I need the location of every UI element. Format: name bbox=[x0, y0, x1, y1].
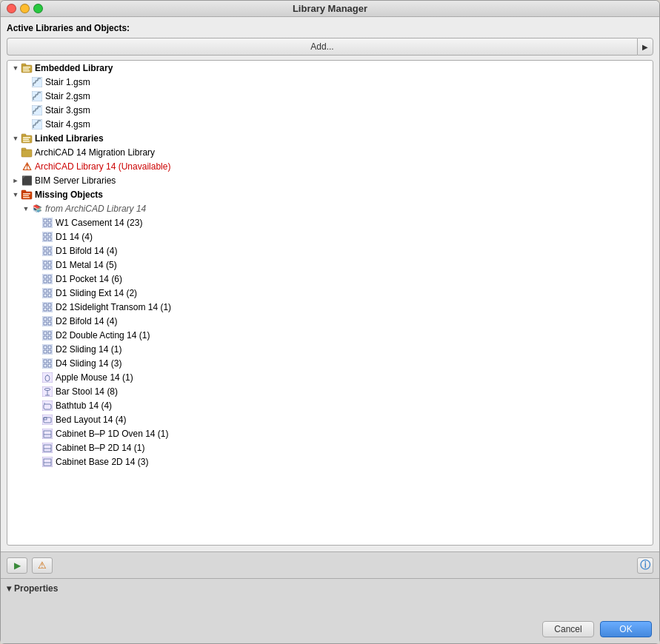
maximize-button[interactable] bbox=[33, 4, 43, 13]
bottom-left-controls: ▶ ⚠ bbox=[7, 557, 53, 574]
minimize-button[interactable] bbox=[20, 4, 30, 13]
add-arrow-button[interactable]: ▶ bbox=[637, 38, 653, 56]
cancel-button[interactable]: Cancel bbox=[542, 621, 594, 637]
archicad-library-subheader[interactable]: ▼ 📚 from ArchiCAD Library 14 bbox=[7, 201, 653, 215]
missing-objects-icon bbox=[21, 189, 33, 201]
cabinet2d-icon bbox=[41, 442, 53, 454]
stair4-label: Stair 4.gsm bbox=[45, 119, 90, 130]
svg-rect-34 bbox=[21, 134, 26, 136]
add-arrow-icon: ▶ bbox=[14, 560, 21, 571]
stair3-label: Stair 3.gsm bbox=[45, 105, 90, 115]
svg-rect-3 bbox=[23, 68, 29, 70]
stair2-icon bbox=[31, 90, 43, 102]
list-item[interactable]: Apple Mouse 14 (1) bbox=[7, 370, 653, 384]
list-item[interactable]: W1 Casement 14 (23) bbox=[7, 215, 653, 229]
linked-libraries-header[interactable]: ▼ Linked Libraries bbox=[7, 131, 653, 145]
footer-buttons: Cancel OK bbox=[1, 615, 659, 643]
archicad-library-sublabel: from ArchiCAD Library 14 bbox=[45, 204, 146, 214]
d2doubleacting-icon bbox=[41, 329, 53, 341]
bim-server-label: BIM Server Libraries bbox=[35, 175, 116, 186]
list-item[interactable]: Bed Layout 14 (4) bbox=[7, 412, 653, 426]
list-item[interactable]: D1 Sliding Ext 14 (2) bbox=[7, 286, 653, 300]
svg-rect-35 bbox=[23, 137, 30, 138]
cabinetbase2d-icon bbox=[41, 456, 53, 468]
list-item[interactable]: D2 Bifold 14 (4) bbox=[7, 314, 653, 328]
stair4-icon bbox=[31, 118, 43, 130]
d1pocket-icon bbox=[41, 273, 53, 285]
d2bifold-icon bbox=[41, 315, 53, 327]
list-item[interactable]: Cabinet Base 2D 14 (3) bbox=[7, 455, 653, 469]
svg-rect-1 bbox=[21, 64, 26, 66]
missing-objects-toggle[interactable]: ▼ bbox=[10, 189, 21, 200]
migration-library-item[interactable]: ArchiCAD 14 Migration Library bbox=[7, 145, 653, 159]
d1slidingext-label: D1 Sliding Ext 14 (2) bbox=[56, 288, 137, 298]
info-button[interactable]: ⓘ bbox=[637, 557, 653, 574]
d4sliding-label: D4 Sliding 14 (3) bbox=[56, 358, 121, 369]
add-button[interactable]: Add... bbox=[7, 38, 637, 56]
d1metal-icon bbox=[41, 259, 53, 271]
ok-button[interactable]: OK bbox=[600, 621, 652, 637]
properties-toggle[interactable]: ▾ Properties bbox=[7, 583, 58, 594]
linked-libraries-label: Linked Libraries bbox=[35, 133, 104, 144]
stair1-item[interactable]: Stair 1.gsm bbox=[7, 75, 653, 89]
list-item[interactable]: D4 Sliding 14 (3) bbox=[7, 356, 653, 370]
properties-chevron-icon: ▾ bbox=[7, 583, 11, 594]
list-item[interactable]: D1 Bifold 14 (4) bbox=[7, 244, 653, 258]
archicad-library-toggle[interactable]: ▼ bbox=[21, 204, 31, 214]
applemouse-label: Apple Mouse 14 (1) bbox=[56, 372, 133, 383]
d1pocket-label: D1 Pocket 14 (6) bbox=[56, 274, 122, 284]
list-item[interactable]: D2 1Sidelight Transom 14 (1) bbox=[7, 300, 653, 314]
list-item[interactable]: Cabinet B–P 1D Oven 14 (1) bbox=[7, 426, 653, 440]
svg-rect-2 bbox=[23, 67, 30, 68]
embedded-library-icon bbox=[21, 62, 33, 74]
properties-panel: ▾ Properties bbox=[1, 578, 659, 615]
barstool-item[interactable]: Bar Stool 14 (8) bbox=[7, 384, 653, 398]
barstool-icon bbox=[41, 386, 53, 398]
warning-button[interactable]: ⚠ bbox=[32, 557, 53, 574]
d1metal-label: D1 Metal 14 (5) bbox=[56, 260, 117, 270]
active-libraries-label: Active Libraries and Objects: bbox=[7, 23, 653, 33]
unavailable-library-item[interactable]: ⚠ ArchiCAD Library 14 (Unavailable) bbox=[7, 159, 653, 173]
cabinetbase2d-label: Cabinet Base 2D 14 (3) bbox=[56, 457, 148, 467]
svg-rect-39 bbox=[21, 148, 26, 150]
stair4-item[interactable]: Stair 4.gsm bbox=[7, 117, 653, 131]
list-item[interactable]: D1 Metal 14 (5) bbox=[7, 258, 653, 272]
bim-server-toggle[interactable]: ► bbox=[10, 175, 21, 186]
svg-rect-4 bbox=[23, 70, 30, 72]
cabinet1d-label: Cabinet B–P 1D Oven 14 (1) bbox=[56, 429, 169, 439]
window-title: Library Manager bbox=[293, 3, 367, 14]
migration-library-label: ArchiCAD 14 Migration Library bbox=[35, 147, 155, 158]
stair3-item[interactable]: Stair 3.gsm bbox=[7, 103, 653, 117]
properties-label: Properties bbox=[14, 583, 58, 594]
embedded-library-header[interactable]: ▼ Embedded Library bbox=[7, 61, 653, 75]
stair3-icon bbox=[31, 104, 43, 116]
add-bar: Add... ▶ bbox=[7, 38, 653, 56]
list-item[interactable]: D2 Double Acting 14 (1) bbox=[7, 328, 653, 342]
d2bifold-label: D2 Bifold 14 (4) bbox=[56, 316, 117, 326]
stair2-item[interactable]: Stair 2.gsm bbox=[7, 89, 653, 103]
add-icon-button[interactable]: ▶ bbox=[7, 557, 27, 574]
list-item[interactable]: D1 14 (4) bbox=[7, 229, 653, 244]
list-item[interactable]: D2 Sliding 14 (1) bbox=[7, 342, 653, 356]
d1-label: D1 14 (4) bbox=[56, 232, 93, 242]
list-item[interactable]: Bathtub 14 (4) bbox=[7, 398, 653, 412]
window-obj-icon bbox=[41, 217, 53, 229]
list-item[interactable]: D1 Pocket 14 (6) bbox=[7, 272, 653, 286]
embedded-library-toggle[interactable]: ▼ bbox=[10, 63, 21, 73]
bathtub-icon bbox=[41, 400, 53, 412]
missing-objects-label: Missing Objects bbox=[35, 189, 103, 200]
missing-objects-header[interactable]: ▼ Missing Objects bbox=[7, 187, 653, 201]
w1casement-label: W1 Casement 14 (23) bbox=[56, 218, 142, 228]
archicad-library-icon: 📚 bbox=[31, 203, 43, 215]
bim-server-header[interactable]: ► ⬛ BIM Server Libraries bbox=[7, 173, 653, 187]
unavailable-library-label: ArchiCAD Library 14 (Unavailable) bbox=[35, 161, 170, 172]
stair1-label: Stair 1.gsm bbox=[45, 77, 90, 87]
close-button[interactable] bbox=[7, 4, 16, 13]
cabinet2d-label: Cabinet B–P 2D 14 (1) bbox=[56, 443, 145, 453]
d4sliding-icon bbox=[41, 358, 53, 369]
linked-libraries-toggle[interactable]: ▼ bbox=[10, 133, 21, 144]
list-item[interactable]: Cabinet B–P 2D 14 (1) bbox=[7, 440, 653, 455]
linked-libraries-icon bbox=[21, 133, 33, 144]
d2transom-icon bbox=[41, 301, 53, 313]
stair2-label: Stair 2.gsm bbox=[45, 91, 90, 101]
